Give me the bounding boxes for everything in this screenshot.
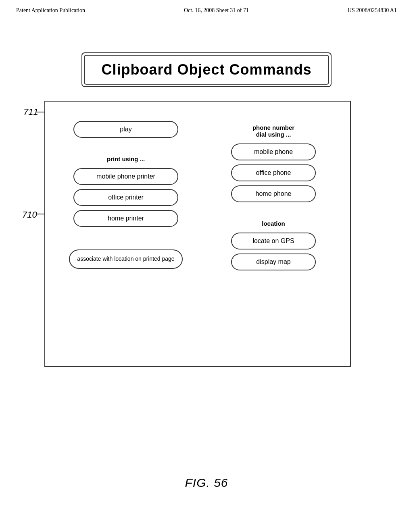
office-printer-button[interactable]: office printer (73, 189, 178, 206)
arrow-710 (36, 214, 44, 214)
location-label: location (262, 220, 285, 227)
ref-label-710: 710 (22, 210, 37, 220)
title-box-wrapper: Clipboard Object Commands (81, 52, 332, 87)
diagram-title: Clipboard Object Commands (97, 61, 316, 78)
home-printer-button[interactable]: home printer (73, 210, 178, 227)
title-box-inner: Clipboard Object Commands (84, 55, 329, 85)
main-diagram: play print using ... mobile phone printe… (44, 101, 351, 367)
title-box-outer: Clipboard Object Commands (81, 52, 332, 87)
display-map-button[interactable]: display map (231, 254, 316, 270)
mobile-phone-printer-button[interactable]: mobile phone printer (73, 168, 178, 185)
header-left: Patent Application Publication (16, 7, 85, 14)
home-phone-button[interactable]: home phone (231, 185, 316, 202)
left-column: play print using ... mobile phone printe… (57, 114, 194, 269)
header-center: Oct. 16, 2008 Sheet 31 of 71 (184, 7, 249, 14)
print-label: print using ... (107, 156, 145, 162)
figure-caption: FIG. 56 (185, 476, 228, 490)
play-button[interactable]: play (73, 121, 178, 138)
associate-location-button[interactable]: associate with location on printed page (69, 249, 182, 269)
phone-number-label: phone number dial using ... (252, 124, 294, 138)
patent-header: Patent Application Publication Oct. 16, … (0, 0, 413, 18)
office-phone-button[interactable]: office phone (231, 164, 316, 181)
header-right: US 2008/0254830 A1 (348, 7, 397, 14)
locate-gps-button[interactable]: locate on GPS (231, 233, 316, 249)
right-column: phone number dial using ... mobile phone… (209, 114, 338, 270)
mobile-phone-button[interactable]: mobile phone (231, 143, 316, 160)
